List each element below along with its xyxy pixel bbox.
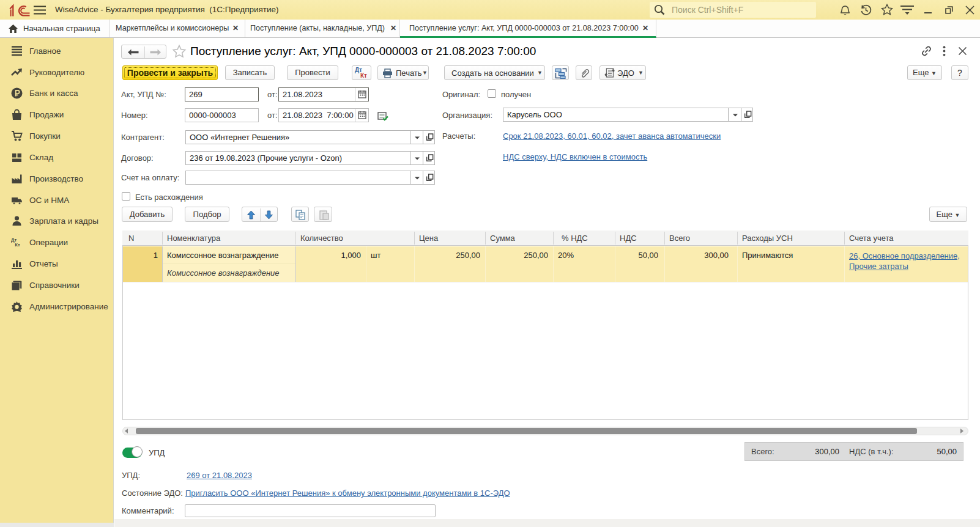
svg-text:Кт: Кт bbox=[15, 242, 20, 248]
